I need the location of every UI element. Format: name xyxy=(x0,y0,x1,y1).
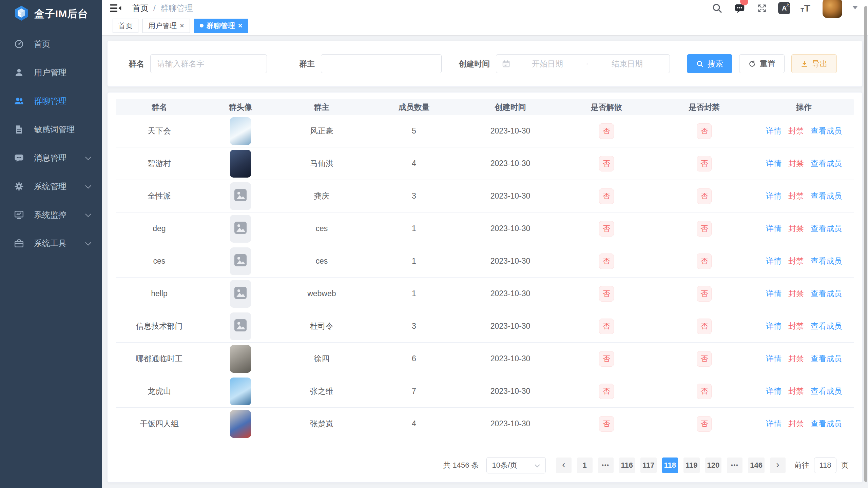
search-icon[interactable] xyxy=(711,2,723,14)
page-button-119[interactable]: 119 xyxy=(683,458,700,473)
action-ban[interactable]: 封禁 xyxy=(788,257,804,265)
message-icon[interactable] xyxy=(733,2,746,14)
action-view-members[interactable]: 查看成员 xyxy=(811,419,842,428)
reset-button[interactable]: 重置 xyxy=(739,54,785,73)
prev-page-button[interactable]: ‹ xyxy=(556,458,572,473)
group-avatar-placeholder[interactable] xyxy=(230,215,251,243)
action-view-members[interactable]: 查看成员 xyxy=(811,257,842,265)
action-detail[interactable]: 详情 xyxy=(766,191,782,200)
action-ban[interactable]: 封禁 xyxy=(788,126,804,135)
tab-close-icon[interactable]: × xyxy=(238,22,243,29)
action-view-members[interactable]: 查看成员 xyxy=(811,289,842,298)
group-avatar-placeholder[interactable] xyxy=(230,312,251,340)
cell-owner: webweb xyxy=(278,289,365,298)
cell-created-time: 2023-10-30 xyxy=(463,159,558,168)
group-avatar-image[interactable] xyxy=(230,150,251,178)
breadcrumb-home[interactable]: 首页 xyxy=(132,3,149,14)
sidebar-item-群聊管理[interactable]: 群聊管理 xyxy=(0,87,102,115)
banned-tag: 否 xyxy=(697,319,712,334)
font-size-icon[interactable]: TT xyxy=(801,3,810,13)
chevron-down-icon xyxy=(85,210,92,220)
action-view-members[interactable]: 查看成员 xyxy=(811,387,842,395)
action-ban[interactable]: 封禁 xyxy=(788,387,804,395)
tab-用户管理[interactable]: 用户管理× xyxy=(142,19,190,33)
sidebar-item-用户管理[interactable]: 用户管理 xyxy=(0,58,102,87)
action-detail[interactable]: 详情 xyxy=(766,257,782,265)
column-header-成员数量: 成员数量 xyxy=(365,102,463,113)
user-avatar[interactable] xyxy=(823,0,842,18)
action-ban[interactable]: 封禁 xyxy=(788,419,804,428)
action-ban[interactable]: 封禁 xyxy=(788,191,804,200)
group-avatar-image[interactable] xyxy=(230,345,251,373)
page-button-1[interactable]: 1 xyxy=(577,458,593,473)
cell-group-name: 龙虎山 xyxy=(116,386,203,396)
group-avatar-image[interactable] xyxy=(230,117,251,145)
goto-page-input[interactable] xyxy=(814,458,836,473)
sidebar-item-系统管理[interactable]: 系统管理 xyxy=(0,172,102,201)
page-button-117[interactable]: 117 xyxy=(640,458,657,473)
banned-tag: 否 xyxy=(697,123,712,139)
sidebar-item-系统监控[interactable]: 系统监控 xyxy=(0,201,102,229)
action-ban[interactable]: 封禁 xyxy=(788,224,804,233)
action-ban[interactable]: 封禁 xyxy=(788,354,804,363)
sidebar-item-敏感词管理[interactable]: 敏感词管理 xyxy=(0,115,102,144)
action-view-members[interactable]: 查看成员 xyxy=(811,224,842,233)
page-button-116[interactable]: 116 xyxy=(619,458,635,473)
pager-ellipsis[interactable]: ••• xyxy=(727,458,742,473)
active-tab-dot xyxy=(200,24,204,27)
action-ban[interactable]: 封禁 xyxy=(788,289,804,298)
next-page-button[interactable]: › xyxy=(770,458,786,473)
group-avatar-placeholder[interactable] xyxy=(230,182,251,210)
fullscreen-icon[interactable] xyxy=(756,2,768,14)
cell-actions: 详情封禁查看成员 xyxy=(754,288,854,299)
action-detail[interactable]: 详情 xyxy=(766,354,782,363)
group-avatar-placeholder[interactable] xyxy=(230,247,251,275)
vertical-scrollbar[interactable] xyxy=(864,6,867,482)
search-button[interactable]: 搜索 xyxy=(687,54,732,73)
sidebar-item-系统工具[interactable]: 系统工具 xyxy=(0,229,102,258)
date-range-picker[interactable]: - xyxy=(496,54,670,73)
tab-群聊管理[interactable]: 群聊管理× xyxy=(194,19,248,33)
action-ban[interactable]: 封禁 xyxy=(788,322,804,330)
action-view-members[interactable]: 查看成员 xyxy=(811,191,842,200)
goto-unit: 页 xyxy=(841,460,849,470)
banned-tag: 否 xyxy=(697,416,712,432)
sidebar-item-消息管理[interactable]: 消息管理 xyxy=(0,144,102,172)
owner-input[interactable] xyxy=(321,54,442,73)
cell-created-time: 2023-10-30 xyxy=(463,191,558,201)
action-detail[interactable]: 详情 xyxy=(766,419,782,428)
action-view-members[interactable]: 查看成员 xyxy=(811,126,842,135)
caret-down-icon[interactable] xyxy=(852,5,858,11)
action-detail[interactable]: 详情 xyxy=(766,322,782,330)
tab-首页[interactable]: 首页 xyxy=(113,19,138,33)
action-detail[interactable]: 详情 xyxy=(766,289,782,298)
action-view-members[interactable]: 查看成员 xyxy=(811,322,842,330)
page-button-146[interactable]: 146 xyxy=(748,458,765,473)
disbanded-tag: 否 xyxy=(599,319,614,334)
action-view-members[interactable]: 查看成员 xyxy=(811,354,842,363)
action-detail[interactable]: 详情 xyxy=(766,224,782,233)
group-avatar-placeholder[interactable] xyxy=(230,280,251,308)
action-ban[interactable]: 封禁 xyxy=(788,159,804,168)
action-detail[interactable]: 详情 xyxy=(766,126,782,135)
action-detail[interactable]: 详情 xyxy=(766,387,782,395)
table-header: 群名群头像群主成员数量创建时间是否解散是否封禁操作 xyxy=(116,99,854,115)
tab-close-icon[interactable]: × xyxy=(180,22,184,29)
page-button-120[interactable]: 120 xyxy=(705,458,722,473)
sidebar-collapse-icon[interactable] xyxy=(110,3,122,14)
group-avatar-image[interactable] xyxy=(230,378,251,405)
translate-icon[interactable]: A 文 xyxy=(778,2,790,14)
column-header-群头像: 群头像 xyxy=(203,102,278,113)
action-detail[interactable]: 详情 xyxy=(766,159,782,168)
group-avatar-image[interactable] xyxy=(230,410,251,438)
export-button[interactable]: 导出 xyxy=(791,54,837,73)
end-date-input[interactable] xyxy=(590,59,664,68)
page-button-118[interactable]: 118 xyxy=(662,458,678,473)
group-name-input[interactable] xyxy=(150,54,267,73)
disbanded-tag: 否 xyxy=(599,416,614,432)
action-view-members[interactable]: 查看成员 xyxy=(811,159,842,168)
page-size-select[interactable]: 10条/页 xyxy=(486,457,546,473)
sidebar-item-首页[interactable]: 首页 xyxy=(0,30,102,58)
pager-ellipsis[interactable]: ••• xyxy=(598,458,614,473)
start-date-input[interactable] xyxy=(510,59,584,68)
